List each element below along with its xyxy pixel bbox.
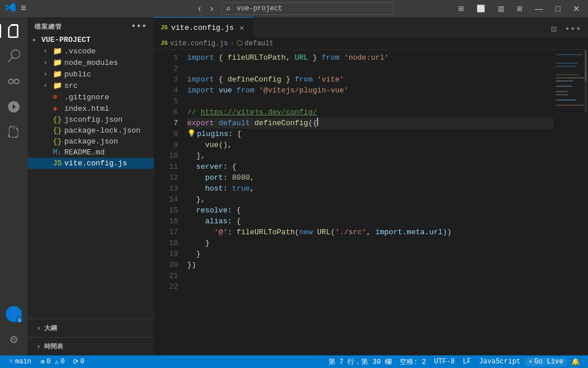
vite-config-label: vite.config.js [64, 159, 154, 168]
package-lock-json-label: package-lock.json [64, 126, 154, 135]
code-line-2 [187, 63, 554, 74]
indentation-item[interactable]: 空格: 2 [396, 357, 430, 367]
jsconfig-json-label: jsconfig.json [64, 115, 154, 124]
more-actions-button[interactable]: ••• [562, 22, 583, 37]
tab-bar: JS vite.config.js ✕ ⊡ ••• [154, 17, 588, 37]
tree-item-jsconfig-json[interactable]: › {} jsconfig.json [28, 114, 154, 125]
sidebar-item-explorer[interactable] [2, 20, 25, 42]
title-bar-left: ≡ [0, 2, 26, 16]
project-root-item[interactable]: ▾ VUE-PROJECT [28, 34, 154, 45]
token: meta [407, 227, 424, 238]
split-editor-right-button[interactable]: ⊡ [549, 21, 559, 37]
tab-close-button[interactable]: ✕ [237, 23, 246, 33]
token: } [187, 249, 200, 259]
tab-label: vite.config.js [171, 24, 234, 32]
git-branch-item[interactable]: ⑂ main [5, 358, 36, 366]
title-bar-right: ⊞ ⬜ ▥ ⊞ — □ ✕ [452, 2, 588, 16]
main-layout: 👤 1 ⚙ 檔案總管 ••• ▾ VUE-PROJECT › 📁 .vscode [0, 17, 588, 355]
language-item[interactable]: JavaScript [475, 358, 524, 366]
errors-item[interactable]: ⊗ 0 ⚠ 0 [37, 358, 68, 366]
outline-section-label: › 大綱 [37, 324, 57, 332]
breadcrumb-symbol-icon: ⬡ [237, 39, 242, 48]
sync-icon: ⟳ [73, 358, 79, 366]
timeline-section-header[interactable]: › 時間表 [28, 340, 154, 353]
src-label: src [64, 82, 154, 90]
tab-vite-config[interactable]: JS vite.config.js ✕ [154, 17, 254, 37]
sidebar-item-extensions[interactable] [2, 121, 25, 144]
tree-item-package-json[interactable]: › {} package.json [28, 136, 154, 147]
search-input[interactable] [221, 2, 393, 15]
settings-button[interactable]: ⚙ [2, 328, 25, 351]
json-icon: {} [53, 137, 64, 146]
svg-rect-8 [556, 91, 567, 92]
outline-section-header[interactable]: › 大綱 [28, 321, 154, 335]
tree-item-gitignore[interactable]: › ⊗ .gitignore [28, 91, 154, 103]
code-line-19: } [187, 249, 554, 259]
token: plugins [197, 129, 229, 140]
accounts-button[interactable]: 👤 1 [2, 303, 25, 326]
tree-item-src[interactable]: › 📁 src [28, 80, 154, 91]
sidebar-title: 檔案總管 [34, 22, 62, 31]
tree-item-index-html[interactable]: › ◈ index.html [28, 103, 154, 114]
token: , [366, 227, 376, 238]
git-icon: ⊗ [53, 92, 64, 102]
customize-layout-button[interactable]: ⊞ [511, 2, 528, 15]
js-file-icon: JS [53, 159, 64, 168]
tree-item-vite-config[interactable]: › JS vite.config.js [28, 158, 154, 169]
breadcrumb-symbol[interactable]: default [245, 40, 273, 48]
hamburger-menu-icon[interactable]: ≡ [21, 3, 26, 14]
breadcrumb-js-icon: JS [161, 40, 168, 47]
tree-item-vscode[interactable]: › 📁 .vscode [28, 45, 154, 57]
sidebar-item-source-control[interactable] [2, 70, 25, 93]
code-editor[interactable]: import { fileURLToPath , URL } from 'nod… [183, 50, 554, 355]
tree-item-node-modules[interactable]: › 📁 node_modules [28, 57, 154, 68]
token: '@vitejs/plugin-vue' [254, 85, 349, 96]
token: import [376, 227, 403, 238]
code-line-6: // https://vitejs.dev/config/ [187, 107, 554, 118]
token: { [214, 74, 227, 85]
notifications-icon: 🔔 [571, 358, 580, 366]
sidebar-more-button[interactable]: ••• [131, 22, 147, 31]
nav-back-button[interactable]: ‹ [195, 2, 204, 15]
sync-item[interactable]: ⟳ 0 [69, 358, 88, 366]
token: }, [187, 194, 205, 205]
sidebar-item-run-debug[interactable] [2, 95, 25, 118]
cursor-position-item[interactable]: 第 7 行，第 30 欄 [325, 357, 395, 367]
nav-forward-button[interactable]: › [207, 2, 216, 15]
go-live-item[interactable]: ⚡ Go Live [525, 358, 567, 366]
token: host [205, 183, 223, 194]
code-line-18: } [187, 238, 554, 249]
maximize-button[interactable]: □ [550, 2, 566, 16]
tree-item-package-lock-json[interactable]: › {} package-lock.json [28, 125, 154, 136]
token: from [295, 74, 312, 85]
token: ( [295, 227, 299, 238]
breadcrumb-filename[interactable]: vite.config.js [170, 40, 228, 48]
svg-rect-6 [556, 80, 573, 82]
avatar: 👤 1 [6, 306, 22, 322]
breadcrumb: JS vite.config.js › ⬡ default [154, 37, 588, 50]
avatar-badge: 1 [16, 316, 23, 323]
activity-bar-top [2, 20, 25, 303]
tree-item-readme[interactable]: › M↓ README.md [28, 147, 154, 158]
token [187, 140, 205, 150]
encoding-item[interactable]: UTF-8 [431, 358, 458, 366]
token: : { [223, 161, 236, 172]
split-editor-button[interactable]: ⊞ [452, 2, 470, 15]
public-chevron-icon: › [44, 71, 53, 78]
close-button[interactable]: ✕ [567, 2, 586, 16]
breadcrumb-separator: › [230, 40, 234, 48]
timeline-section-label: › 時間表 [37, 342, 63, 351]
toggle-secondary-sidebar-button[interactable]: ▥ [492, 2, 510, 15]
svg-rect-3 [556, 66, 576, 67]
token: new [299, 227, 312, 238]
minimize-button[interactable]: — [529, 2, 549, 16]
sidebar-item-search[interactable] [2, 45, 25, 68]
notifications-item[interactable]: 🔔 [568, 358, 583, 366]
token: }) [187, 259, 196, 270]
token: : [227, 227, 237, 238]
svg-rect-5 [556, 78, 585, 79]
svg-rect-13 [585, 50, 587, 82]
toggle-panel-button[interactable]: ⬜ [471, 2, 491, 15]
line-ending-item[interactable]: LF [459, 358, 474, 366]
tree-item-public[interactable]: › 📁 public [28, 68, 154, 80]
